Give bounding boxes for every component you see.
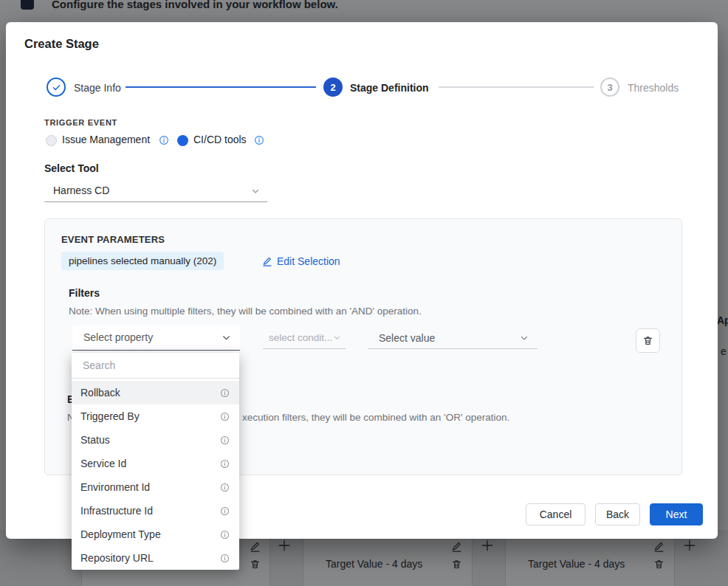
search-input[interactable] (72, 353, 239, 378)
radio-cicd-tools-label[interactable]: CI/CD tools (193, 134, 247, 145)
radio-issue-management[interactable] (46, 135, 57, 146)
filters-note: Note: When using multiple filters, they … (69, 306, 422, 317)
dropdown-item-triggered-by[interactable]: Triggered By (72, 404, 239, 428)
event-parameters-title: EVENT PARAMETERS (61, 234, 165, 245)
filter-property-placeholder: Select property (83, 331, 153, 343)
filter-condition-placeholder: select condit... (269, 332, 332, 343)
selection-chip: pipelines selected manually (202) (61, 252, 224, 270)
chevron-down-icon (520, 334, 529, 342)
info-icon[interactable] (220, 388, 230, 398)
remove-filter-button[interactable] (636, 328, 660, 353)
dropdown-item-label: Rollback (80, 387, 120, 399)
filters-title: Filters (69, 287, 100, 299)
chevron-down-icon (251, 187, 260, 196)
info-icon[interactable] (220, 554, 230, 563)
cancel-button[interactable]: Cancel (526, 503, 586, 525)
dropdown-item-label: Repository URL (80, 552, 154, 564)
dropdown-item-label: Status (80, 434, 110, 446)
chevron-down-icon (333, 334, 341, 342)
modal-title: Create Stage (24, 37, 99, 51)
dropdown-item-label: Infrastructure Id (80, 505, 153, 517)
dropdown-item-status[interactable]: Status (72, 428, 239, 452)
info-icon[interactable] (220, 506, 230, 516)
filter-value-select[interactable]: Select value (368, 327, 538, 349)
radio-cicd-tools[interactable] (177, 135, 188, 146)
edit-selection-button[interactable]: Edit Selection (262, 255, 340, 267)
step2-indicator[interactable]: 2 (323, 77, 343, 97)
radio-issue-management-label[interactable]: Issue Management (62, 134, 150, 145)
step1-label[interactable]: Stage Info (74, 82, 121, 94)
chevron-down-icon (222, 333, 231, 342)
next-button[interactable]: Next (650, 503, 703, 525)
dropdown-item-infrastructure-id[interactable]: Infrastructure Id (72, 499, 239, 523)
info-icon[interactable] (220, 530, 230, 540)
step3-indicator[interactable]: 3 (600, 77, 619, 97)
info-icon[interactable] (220, 435, 230, 445)
back-button[interactable]: Back (595, 503, 640, 525)
edit-icon (262, 256, 272, 266)
stepper-connector-active (126, 86, 316, 88)
step2-label[interactable]: Stage Definition (350, 82, 429, 94)
dropdown-search (72, 353, 239, 379)
dropdown-item-label: Service Id (80, 458, 126, 469)
dropdown-item-deployment-type[interactable]: Deployment Type (72, 523, 239, 546)
step3-label[interactable]: Thresholds (628, 82, 679, 94)
step1-complete-indicator[interactable] (47, 77, 66, 97)
create-stage-modal: Create Stage Stage Info 2 Stage Definiti… (6, 22, 718, 539)
info-icon[interactable] (220, 412, 230, 421)
filter-value-placeholder: Select value (379, 332, 435, 344)
edit-selection-label: Edit Selection (277, 255, 340, 267)
tool-select[interactable]: Harness CD (44, 180, 267, 202)
dropdown-list: Rollback Triggered By Status Service Id … (72, 379, 239, 570)
execution-note-fragment: xecution filters, they will be combined … (242, 412, 509, 423)
dropdown-item-label: Triggered By (80, 410, 140, 422)
dropdown-item-repository-url[interactable]: Repository URL (72, 546, 239, 570)
trigger-event-label: TRIGGER EVENT (44, 118, 117, 127)
info-icon[interactable] (159, 135, 169, 145)
info-icon[interactable] (220, 483, 230, 492)
dropdown-item-label: Deployment Type (80, 528, 161, 540)
dropdown-item-service-id[interactable]: Service Id (72, 452, 239, 475)
stepper-connector (439, 86, 594, 88)
filter-condition-select[interactable]: select condit... (263, 327, 346, 349)
dropdown-item-rollback[interactable]: Rollback (72, 381, 239, 404)
check-icon (52, 83, 61, 92)
property-dropdown-menu: Rollback Triggered By Status Service Id … (72, 353, 239, 570)
filter-property-select[interactable]: Select property (72, 325, 240, 351)
info-icon[interactable] (254, 135, 264, 145)
select-tool-label: Select Tool (44, 162, 99, 174)
dropdown-item-label: Environment Id (80, 481, 150, 493)
tool-select-value: Harness CD (53, 185, 109, 196)
dropdown-item-environment-id[interactable]: Environment Id (72, 475, 239, 499)
info-icon[interactable] (220, 459, 230, 469)
trash-icon (642, 335, 653, 346)
